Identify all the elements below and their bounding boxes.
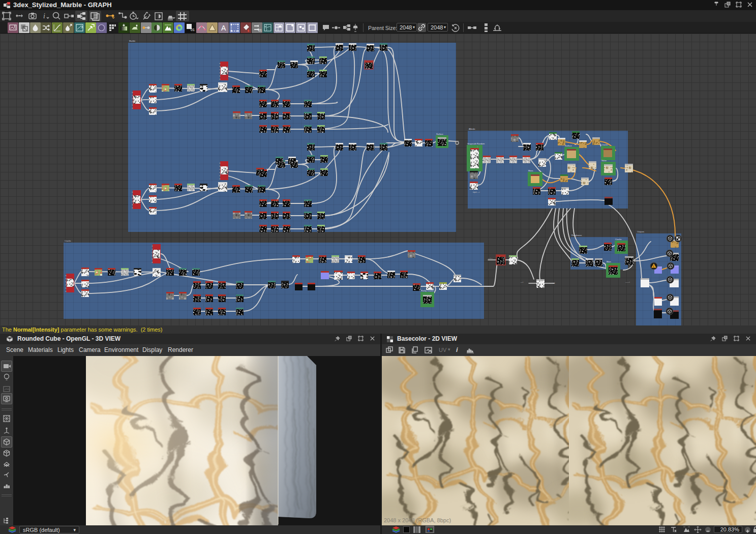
svg-text:○— out: ○— out [549,282,555,284]
svg-text:01: 01 [191,28,195,32]
svg-text:01: 01 [258,28,262,32]
svg-text:Roughness: Roughness [571,234,582,236]
svg-text:Moss: Moss [528,169,533,172]
svg-text:Cracks: Cracks [615,238,621,241]
svg-text:Marble: Marble [129,40,136,42]
svg-text:——○: ——○ [625,281,630,283]
svg-text:Surface: Surface [565,144,572,147]
svg-text:—○: —○ [521,281,524,283]
svg-text:A: A [221,24,226,32]
svg-text:Cracks: Cracks [601,143,608,146]
svg-text:Outputs: Outputs [637,230,644,233]
svg-text:!: ! [653,265,654,268]
svg-text:1:1: 1:1 [18,15,22,18]
svg-text:2048 x 2048 (RGBA, 8bpc): 2048 x 2048 (RGBA, 8bpc) [384,517,451,523]
svg-text:—○—: —○— [488,257,493,259]
svg-text:Albedo: Albedo [469,128,475,130]
svg-text:Main: Main [607,260,611,263]
svg-text:○: ○ [477,146,478,148]
svg-text:Cracks: Cracks [65,240,71,242]
svg-text:Surface: Surface [436,133,444,135]
svg-text:Grayscale Random: Grayscale Random [467,142,485,145]
svg-text:i: i [43,12,45,20]
svg-text:Value: Value [601,159,607,162]
svg-text:input —○: input —○ [473,191,480,193]
